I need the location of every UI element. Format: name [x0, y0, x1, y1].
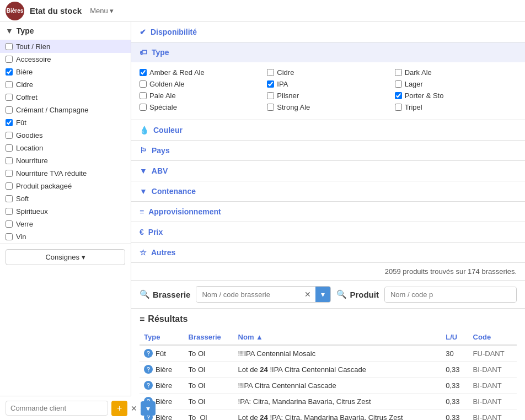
- type-item-golden-ale[interactable]: Golden Ale: [140, 78, 261, 90]
- filter-type: 🏷 Type Amber & Red AleGolden AlePale Ale…: [131, 42, 525, 120]
- checkbox-soft[interactable]: [6, 195, 13, 202]
- checkbox-location[interactable]: [6, 144, 13, 152]
- type-label-golden-ale: Golden Ale: [149, 80, 185, 88]
- type-cb-speciale[interactable]: [140, 104, 147, 111]
- checkbox-goodies[interactable]: [6, 132, 13, 139]
- checkbox-nourriture[interactable]: [6, 157, 13, 164]
- sidebar-consignes: Consignes ▾: [0, 243, 131, 271]
- checkbox-produit-package[interactable]: [6, 182, 13, 190]
- checkbox-cidre[interactable]: [6, 81, 13, 88]
- brasserie-clear-button[interactable]: ✕: [300, 287, 315, 302]
- filter-couleur-header[interactable]: 💧 Couleur: [131, 120, 525, 140]
- type-label-pale-ale: Pale Ale: [149, 91, 176, 100]
- filter-type-header[interactable]: 🏷 Type: [131, 42, 525, 62]
- brasserie-dropdown-button[interactable]: ▾: [315, 287, 330, 302]
- label-spiritueux: Spiritueux: [16, 207, 48, 216]
- col-brasserie[interactable]: Brasserie: [184, 330, 234, 345]
- filter-disponibilite-header[interactable]: ✔ Disponibilité: [131, 22, 525, 42]
- sidebar-item-goodies[interactable]: Goodies: [0, 129, 131, 142]
- sidebar-item-produit-package[interactable]: Produit packageé: [0, 180, 131, 192]
- type-cb-pilsner[interactable]: [267, 92, 274, 99]
- sidebar-item-nourriture-tva[interactable]: Nourriture TVA réduite: [0, 167, 131, 180]
- type-cb-tripel[interactable]: [395, 104, 402, 111]
- type-cb-pale-ale[interactable]: [140, 92, 147, 99]
- type-item-pilsner[interactable]: Pilsner: [267, 90, 389, 101]
- filter-approvisionnement-header[interactable]: ≡ Approvisionnement: [131, 202, 525, 222]
- label-vin: Vin: [16, 233, 26, 241]
- sidebar-item-tout-rien[interactable]: Tout / Rien: [0, 40, 131, 53]
- commande-client-input[interactable]: [6, 401, 108, 416]
- type-item-tripel[interactable]: Tripel: [395, 101, 517, 113]
- type-cb-golden-ale[interactable]: [140, 80, 147, 88]
- produit-search-input[interactable]: [385, 287, 516, 302]
- sidebar-item-vin[interactable]: Vin: [0, 230, 131, 243]
- type-item-strong-ale[interactable]: Strong Ale: [267, 101, 389, 113]
- checkbox-verre[interactable]: [6, 220, 13, 228]
- sidebar-item-location[interactable]: Location: [0, 142, 131, 154]
- filter-couleur: 💧 Couleur: [131, 120, 525, 141]
- cell-type: ?Bière: [140, 362, 184, 378]
- filter-autres-header[interactable]: ☆ Autres: [131, 243, 525, 262]
- type-item-amber-red-ale[interactable]: Amber & Red Ale: [140, 67, 261, 78]
- checkbox-coffret[interactable]: [6, 94, 13, 101]
- checkbox-fut[interactable]: [6, 119, 13, 126]
- disponibilite-icon: ✔: [140, 28, 146, 36]
- type-item-pale-ale[interactable]: Pale Ale: [140, 90, 261, 101]
- filter-abv-header[interactable]: ▼ ABV: [131, 161, 525, 181]
- brasserie-search-input[interactable]: [196, 287, 300, 302]
- sidebar-item-soft[interactable]: Soft: [0, 192, 131, 205]
- type-text: Bière: [156, 413, 172, 421]
- label-tout-rien: Tout / Rien: [16, 42, 50, 51]
- cell-nom: !PA: Citra, Mandarina Bavaria, Citrus Ze…: [234, 394, 442, 410]
- type-item-lager[interactable]: Lager: [395, 78, 517, 90]
- type-cb-cidre[interactable]: [267, 69, 274, 76]
- produit-search-label: 🔍 Produit: [336, 289, 379, 299]
- type-cb-lager[interactable]: [395, 80, 402, 88]
- sidebar-item-coffret[interactable]: Coffret: [0, 91, 131, 104]
- checkbox-vin[interactable]: [6, 233, 13, 240]
- filter-prix-header[interactable]: € Prix: [131, 222, 525, 242]
- clear-commande-button[interactable]: ✕: [131, 404, 131, 413]
- type-cb-ipa[interactable]: [267, 80, 274, 88]
- checkbox-biere[interactable]: [6, 68, 13, 76]
- sidebar-item-cidre[interactable]: Cidre: [0, 78, 131, 91]
- type-circle-icon: ?: [144, 349, 153, 358]
- type-cb-dark-ale[interactable]: [395, 69, 402, 76]
- checkbox-nourriture-tva[interactable]: [6, 170, 13, 177]
- type-item-cidre[interactable]: Cidre: [267, 67, 389, 78]
- checkbox-cremant[interactable]: [6, 106, 13, 114]
- col-type[interactable]: Type: [140, 330, 184, 345]
- type-badge: ?Fût: [144, 349, 180, 358]
- menu-button[interactable]: Menu ▾: [90, 7, 114, 15]
- sidebar-item-fut[interactable]: Fût: [0, 116, 131, 129]
- checkbox-accessoire[interactable]: [6, 56, 13, 63]
- label-verre: Verre: [16, 220, 33, 228]
- type-item-ipa[interactable]: IPA: [267, 78, 389, 90]
- type-item-dark-ale[interactable]: Dark Ale: [395, 67, 517, 78]
- col-lu[interactable]: L/U: [441, 330, 468, 345]
- type-item-porter-sto[interactable]: Porter & Sto: [395, 90, 517, 101]
- type-cb-strong-ale[interactable]: [267, 104, 274, 111]
- col-code[interactable]: Code: [469, 330, 517, 345]
- filter-pays-header[interactable]: 🏳 Pays: [131, 141, 525, 160]
- sidebar-item-nourriture[interactable]: Nourriture: [0, 154, 131, 167]
- sidebar-item-verre[interactable]: Verre: [0, 218, 131, 230]
- type-cb-porter-sto[interactable]: [395, 92, 402, 99]
- cell-brasserie: To Ol: [184, 378, 234, 394]
- checkbox-spiritueux[interactable]: [6, 208, 13, 215]
- label-goodies: Goodies: [16, 131, 42, 139]
- type-item-speciale[interactable]: Spéciale: [140, 101, 261, 113]
- sidebar-item-accessoire[interactable]: Accessoire: [0, 53, 131, 66]
- filter-contenance-header[interactable]: ▼ Contenance: [131, 181, 525, 201]
- sidebar-item-spiritueux[interactable]: Spiritueux: [0, 205, 131, 218]
- sidebar-item-biere[interactable]: Bière: [0, 66, 131, 78]
- brasserie-search-section: 🔍 Brasserie ✕ ▾: [140, 286, 331, 303]
- sidebar-item-cremant[interactable]: Crémant / Champagne: [0, 104, 131, 116]
- consignes-button[interactable]: Consignes ▾: [6, 249, 125, 265]
- label-cidre: Cidre: [16, 80, 33, 89]
- add-commande-button[interactable]: +: [111, 401, 127, 416]
- logo: Bières: [6, 2, 24, 20]
- type-cb-amber-red-ale[interactable]: [140, 69, 147, 76]
- checkbox-tout-rien[interactable]: [6, 43, 13, 50]
- col-nom[interactable]: Nom ▲: [234, 330, 442, 345]
